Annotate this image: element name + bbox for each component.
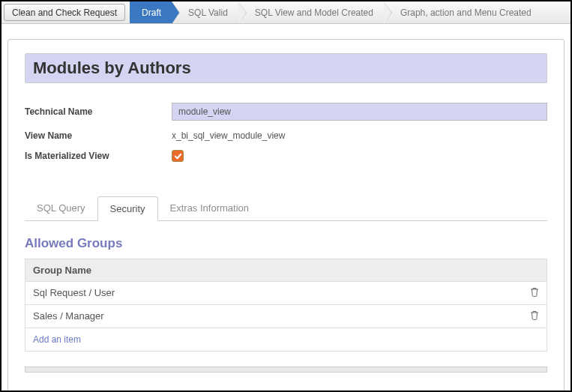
form-body: Technical Name View Name x_bi_sql_view_m… <box>25 103 547 163</box>
add-item-link[interactable]: Add an item <box>25 328 547 351</box>
step-view-model-created[interactable]: SQL View and Model Created <box>238 1 384 23</box>
trash-icon <box>530 310 539 320</box>
status-steps: Draft SQL Valid SQL View and Model Creat… <box>130 1 571 23</box>
tab-extras-information[interactable]: Extras Information <box>158 196 262 221</box>
technical-name-input[interactable] <box>172 103 547 121</box>
step-label: Graph, action and Menu Created <box>400 7 532 18</box>
table-row[interactable]: Sql Request / User <box>25 282 547 305</box>
label-technical-name: Technical Name <box>25 106 152 117</box>
column-header-group-name: Group Name <box>33 265 539 276</box>
step-sql-valid[interactable]: SQL Valid <box>172 1 238 23</box>
clean-check-button[interactable]: Clean and Check Request <box>4 4 125 21</box>
tab-security[interactable]: Security <box>97 196 158 221</box>
allowed-groups-table: Group Name Sql Request / User Sales / Ma… <box>25 259 547 352</box>
delete-row-button[interactable] <box>521 287 539 299</box>
is-materialized-checkbox[interactable] <box>172 150 184 162</box>
form-card: Modules by Authors Technical Name View N… <box>7 39 565 392</box>
delete-row-button[interactable] <box>521 310 539 322</box>
group-name-cell: Sql Request / User <box>33 287 521 298</box>
tabs: SQL Query Security Extras Information <box>25 196 547 221</box>
check-icon <box>174 152 182 160</box>
allowed-groups-title: Allowed Groups <box>25 236 547 251</box>
page-title: Modules by Authors <box>25 53 547 83</box>
step-graph-menu-created[interactable]: Graph, action and Menu Created <box>384 1 542 23</box>
table-header: Group Name <box>25 259 547 282</box>
trash-icon <box>530 287 539 297</box>
label-view-name: View Name <box>25 130 152 141</box>
view-name-value: x_bi_sql_view_module_view <box>172 130 285 141</box>
step-label: SQL Valid <box>188 7 228 18</box>
step-label: Draft <box>142 7 161 18</box>
tab-sql-query[interactable]: SQL Query <box>25 196 97 221</box>
step-label: SQL View and Model Created <box>255 7 373 18</box>
group-name-cell: Sales / Manager <box>33 310 521 322</box>
step-draft[interactable]: Draft <box>130 1 172 23</box>
table-row[interactable]: Sales / Manager <box>25 305 547 328</box>
label-is-materialized: Is Materialized View <box>25 151 152 161</box>
pane-resize-handle[interactable] <box>25 367 547 373</box>
top-toolbar: Clean and Check Request Draft SQL Valid … <box>1 1 571 24</box>
